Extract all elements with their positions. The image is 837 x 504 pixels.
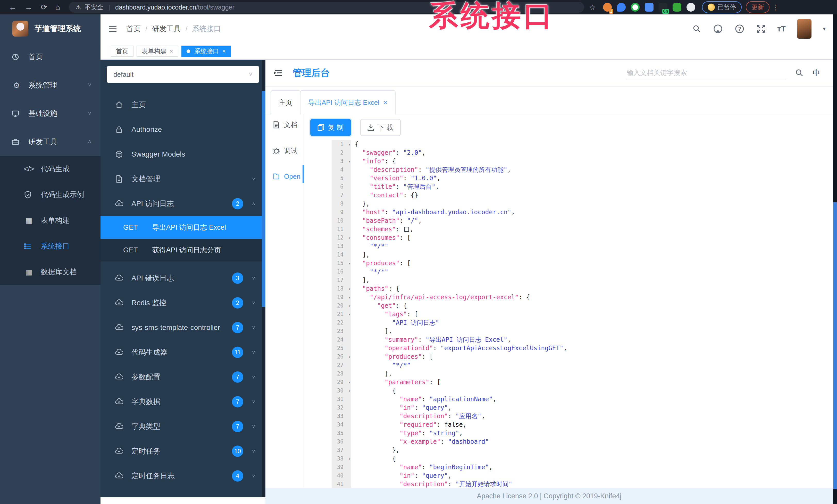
- breadcrumb-item[interactable]: 首页: [126, 24, 141, 34]
- extension-icon-green-ring[interactable]: [631, 3, 640, 12]
- line-number-gutter[interactable]: 40: [332, 471, 351, 480]
- swagger-json-editor[interactable]: 1▾{2 "swagger": "2.0",3▾ "info": {4 "des…: [332, 140, 833, 488]
- user-avatar[interactable]: [797, 19, 812, 39]
- line-number-gutter[interactable]: 37: [332, 446, 351, 454]
- line-number-gutter[interactable]: 27: [332, 361, 351, 370]
- sidebar-subitem-代码生成[interactable]: </>代码生成: [0, 156, 101, 182]
- line-number-gutter[interactable]: 29▾: [332, 378, 351, 387]
- code-fold-icon[interactable]: ▾: [349, 387, 351, 395]
- browser-back-icon[interactable]: ←: [9, 3, 17, 11]
- language-toggle[interactable]: 中: [813, 68, 820, 78]
- line-number-gutter[interactable]: 36: [332, 437, 351, 446]
- line-number-gutter[interactable]: 18▾: [332, 284, 351, 293]
- browser-reload-icon[interactable]: ⟳: [41, 3, 47, 11]
- api-nav-item-sys-sms-template-controller[interactable]: sys-sms-template-controller7˅: [101, 315, 265, 340]
- font-size-icon[interactable]: ᴛT: [777, 24, 786, 33]
- doc-tab-主页[interactable]: 主页: [271, 90, 301, 114]
- tab-close-icon[interactable]: ×: [222, 48, 226, 55]
- code-fold-icon[interactable]: ▾: [349, 353, 351, 361]
- sidebar-collapse-icon[interactable]: [108, 24, 118, 34]
- doc-nav-文档[interactable]: 文档: [265, 116, 304, 133]
- user-menu-caret-icon[interactable]: ▾: [823, 25, 826, 32]
- code-fold-icon[interactable]: ▾: [349, 157, 351, 166]
- extension-icon-pin[interactable]: [617, 3, 626, 12]
- tab-close-icon[interactable]: ×: [384, 99, 387, 107]
- api-operation-获得API 访问日志分页[interactable]: GET获得API 访问日志分页: [101, 239, 265, 261]
- line-number-gutter[interactable]: 1▾: [332, 140, 351, 149]
- collapsed-array-box[interactable]: [404, 227, 409, 232]
- line-number-gutter[interactable]: 6: [332, 183, 351, 191]
- doc-search-input[interactable]: [626, 67, 786, 79]
- line-number-gutter[interactable]: 11: [332, 225, 351, 234]
- line-number-gutter[interactable]: 25: [332, 344, 351, 353]
- line-number-gutter[interactable]: 8: [332, 200, 351, 208]
- api-nav-item-参数配置[interactable]: 参数配置7˅: [101, 365, 265, 389]
- doc-tab-导出API 访问日志 Excel[interactable]: 导出API 访问日志 Excel×: [300, 90, 395, 114]
- sidebar-item-研发工具[interactable]: 研发工具˄: [0, 128, 101, 156]
- doc-collapse-icon[interactable]: [273, 68, 283, 78]
- line-number-gutter[interactable]: 26▾: [332, 353, 351, 361]
- page-scroll-thumb[interactable]: [833, 202, 837, 489]
- code-fold-icon[interactable]: ▾: [349, 293, 351, 302]
- extension-icon-leaf[interactable]: [673, 3, 681, 12]
- header-search-icon[interactable]: [692, 24, 701, 34]
- sidebar-subitem-表单构建[interactable]: ▦表单构建: [0, 208, 101, 233]
- sidebar-subitem-数据库文档[interactable]: ▥数据库文档: [0, 259, 101, 285]
- code-fold-icon[interactable]: ▾: [349, 259, 351, 268]
- page-scrollbar[interactable]: [833, 14, 837, 504]
- line-number-gutter[interactable]: 12▾: [332, 234, 351, 242]
- line-number-gutter[interactable]: 38▾: [332, 454, 351, 463]
- code-fold-icon[interactable]: ▾: [349, 378, 351, 387]
- line-number-gutter[interactable]: 31: [332, 395, 351, 404]
- code-fold-icon[interactable]: ▾: [349, 234, 351, 242]
- code-fold-icon[interactable]: ▾: [349, 141, 351, 149]
- breadcrumb-item[interactable]: 研发工具: [152, 24, 181, 34]
- sidebar-subitem-系统接口[interactable]: 系统接口: [0, 233, 101, 259]
- line-number-gutter[interactable]: 4: [332, 166, 351, 174]
- api-sidebar-scroll-thumb[interactable]: [262, 91, 265, 307]
- api-nav-item-定时任务[interactable]: 定时任务10˅: [101, 439, 265, 464]
- line-number-gutter[interactable]: 33: [332, 412, 351, 421]
- extension-icon-grid[interactable]: [645, 3, 654, 12]
- api-nav-item-Authorize[interactable]: Authorize: [101, 117, 265, 142]
- api-group-select[interactable]: default ˅: [107, 66, 259, 83]
- line-number-gutter[interactable]: 2: [332, 149, 351, 157]
- line-number-gutter[interactable]: 22: [332, 319, 351, 327]
- github-icon[interactable]: [713, 24, 723, 34]
- download-button[interactable]: 下 载: [360, 119, 401, 136]
- doc-nav-调试[interactable]: 调试: [265, 143, 304, 159]
- line-number-gutter[interactable]: 35: [332, 429, 351, 437]
- sidebar-item-首页[interactable]: 首页: [0, 43, 101, 71]
- code-fold-icon[interactable]: ▾: [349, 455, 351, 463]
- line-number-gutter[interactable]: 21▾: [332, 310, 351, 319]
- api-sidebar-scrollbar[interactable]: [262, 60, 265, 497]
- line-number-gutter[interactable]: 19▾: [332, 293, 351, 302]
- api-nav-item-主页[interactable]: 主页: [101, 92, 265, 117]
- line-number-gutter[interactable]: 10: [332, 217, 351, 225]
- copy-button[interactable]: 复 制: [310, 119, 351, 136]
- browser-menu-icon[interactable]: ⋮: [772, 3, 779, 12]
- line-number-gutter[interactable]: 7: [332, 191, 351, 200]
- api-nav-item-API 错误日志[interactable]: API 错误日志3˅: [101, 266, 265, 291]
- api-nav-item-定时任务日志[interactable]: 定时任务日志4˅: [101, 464, 265, 488]
- line-number-gutter[interactable]: 23: [332, 327, 351, 336]
- doc-nav-Open[interactable]: Open: [265, 168, 304, 185]
- sidebar-subitem-代码生成示例[interactable]: 代码生成示例: [0, 182, 101, 208]
- browser-home-icon[interactable]: ⌂: [55, 3, 60, 11]
- page-tab-首页[interactable]: 首页: [111, 45, 133, 57]
- api-nav-item-Swagger Models[interactable]: Swagger Models: [101, 142, 265, 167]
- api-nav-item-岗位[interactable]: 岗位: [101, 488, 265, 497]
- line-number-gutter[interactable]: 32: [332, 404, 351, 412]
- page-tab-表单构建[interactable]: 表单构建×: [137, 45, 178, 57]
- bookmark-star-icon[interactable]: ☆: [589, 3, 596, 12]
- line-number-gutter[interactable]: 39: [332, 463, 351, 471]
- api-nav-item-文档管理[interactable]: 文档管理˅: [101, 167, 265, 191]
- line-number-gutter[interactable]: 5: [332, 174, 351, 183]
- profile-paused-chip[interactable]: 已暂停: [702, 1, 742, 13]
- line-number-gutter[interactable]: 28: [332, 370, 351, 378]
- doc-search-icon[interactable]: [795, 68, 804, 77]
- code-fold-icon[interactable]: ▾: [349, 310, 351, 319]
- help-icon[interactable]: ?: [734, 24, 745, 34]
- extension-icon-puzzle[interactable]: [687, 3, 695, 12]
- line-number-gutter[interactable]: 17: [332, 276, 351, 284]
